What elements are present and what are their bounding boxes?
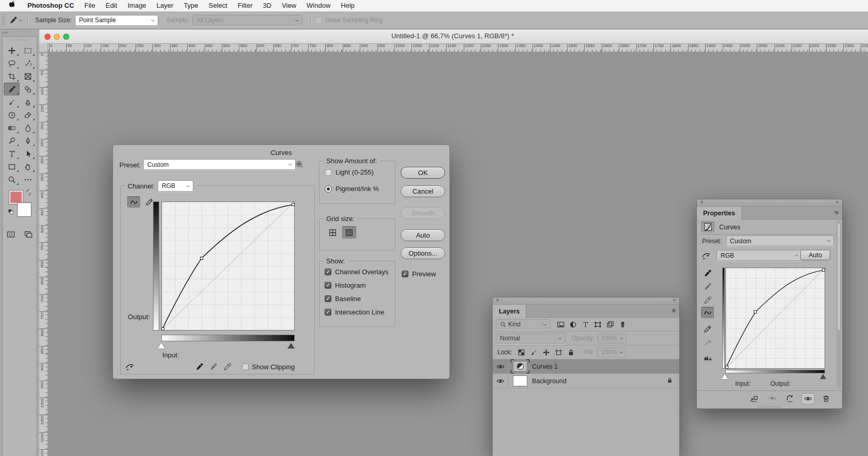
close-panel-icon[interactable]: × (496, 297, 499, 303)
gradient-tool[interactable] (4, 121, 20, 134)
lasso-tool[interactable] (4, 57, 20, 70)
grid-coarse-button[interactable] (326, 226, 340, 239)
panel-resize-grip[interactable] (758, 406, 781, 408)
delete-button[interactable] (819, 393, 833, 404)
lock-all-icon[interactable] (565, 349, 577, 356)
document-titlebar[interactable]: Untitled-1 @ 66,7% (Curves 1, RGB/8*) * (37, 29, 868, 44)
visibility-toggle[interactable] (493, 374, 509, 388)
preview-checkbox[interactable]: ✓ (402, 271, 408, 277)
curve-point-midtone[interactable] (754, 310, 757, 313)
targeted-adjustment-icon[interactable] (125, 361, 134, 371)
lock-artboard-icon[interactable] (553, 349, 565, 356)
targeted-adjustment-icon[interactable] (702, 250, 711, 260)
options-button[interactable]: Options... (401, 247, 445, 259)
highlight-input-slider[interactable] (287, 343, 295, 349)
gear-icon[interactable] (295, 160, 303, 168)
show-clipping-checkbox[interactable] (242, 364, 249, 370)
layer-thumbnail[interactable] (513, 361, 527, 372)
history-brush-tool[interactable] (4, 108, 20, 121)
auto-button[interactable]: Auto (401, 229, 445, 241)
visibility-toggle[interactable] (493, 359, 509, 373)
dodge-tool[interactable] (4, 134, 20, 147)
checkbox-channel-overlays[interactable]: ✓ (325, 269, 331, 275)
menu-item-type[interactable]: Type (178, 0, 203, 11)
cancel-button[interactable]: Cancel (401, 185, 445, 197)
quick-mask-icon[interactable] (7, 230, 15, 239)
scrollbar-thumb[interactable] (837, 223, 841, 331)
lock-transparency-icon[interactable] (515, 349, 528, 356)
adjustment-layers-filter-icon[interactable] (567, 321, 579, 328)
menu-item-window[interactable]: Window (301, 0, 336, 11)
preset-select[interactable]: Custom (143, 159, 296, 170)
menu-item-3d[interactable]: 3D (258, 0, 277, 11)
swap-colors-icon[interactable] (25, 189, 32, 196)
slice-tool[interactable] (20, 70, 36, 83)
marquee-tool[interactable] (20, 44, 36, 57)
black-point-eyedropper-button[interactable] (701, 268, 714, 279)
rectangle-tool[interactable] (4, 160, 20, 173)
default-colors-icon[interactable] (8, 209, 14, 215)
panel-menu-icon[interactable]: ≡ (672, 307, 676, 315)
curve-point-shadow[interactable] (725, 366, 728, 369)
brush-tool[interactable] (4, 96, 20, 108)
curve-point-midtone[interactable] (200, 257, 203, 260)
checkbox-baseline[interactable]: ✓ (325, 295, 331, 302)
apple-menu[interactable] (0, 0, 22, 11)
options-bar-grip[interactable] (2, 14, 5, 26)
sample-size-select[interactable]: Point Sample (75, 15, 158, 26)
visibility-button[interactable] (801, 393, 815, 404)
menu-item-layer[interactable]: Layer (151, 0, 179, 11)
collapse-panel-icon[interactable]: «« (2, 30, 8, 35)
clip-to-layer-button[interactable] (747, 393, 760, 404)
pixel-layers-filter-icon[interactable] (554, 321, 567, 328)
crop-tool[interactable] (4, 70, 20, 83)
blend-mode-select[interactable]: Normal (496, 333, 566, 344)
move-tool[interactable] (4, 44, 20, 57)
highlight-input-slider[interactable] (820, 374, 826, 379)
type-tool[interactable] (4, 147, 20, 160)
spot-healing-tool[interactable] (20, 83, 36, 96)
panel-titlebar[interactable]: × « (493, 297, 679, 305)
collapse-panel-icon[interactable]: « (835, 199, 839, 205)
channel-select[interactable]: RGB (158, 180, 193, 192)
white-point-eyedropper-button[interactable] (701, 294, 714, 306)
filter-switch-icon[interactable] (616, 321, 629, 328)
eyedropper-icon[interactable] (9, 16, 18, 24)
lock-move-icon[interactable] (540, 349, 553, 356)
preset-select[interactable]: Custom (726, 235, 834, 246)
collapse-panel-icon[interactable]: « (673, 297, 676, 303)
layer-row-curves-1[interactable]: Curves 1 (493, 359, 679, 374)
gray-point-eyedropper-icon[interactable] (209, 363, 218, 371)
clone-stamp-tool[interactable] (20, 96, 36, 108)
panel-titlebar[interactable]: × « (697, 199, 842, 207)
menu-item-file[interactable]: File (79, 0, 100, 11)
eraser-tool[interactable] (20, 108, 36, 121)
shadow-input-slider[interactable] (158, 343, 165, 349)
blur-tool[interactable] (20, 121, 36, 134)
type-layers-filter-icon[interactable] (579, 321, 591, 328)
menu-item-select[interactable]: Select (203, 0, 232, 11)
point-curve-button[interactable] (701, 307, 714, 318)
curve-point-shadow[interactable] (161, 327, 164, 331)
point-curve-tool-button[interactable] (127, 196, 140, 208)
radio-unselected[interactable] (325, 169, 332, 176)
menu-item-app[interactable]: Photoshop CC (22, 0, 79, 11)
layer-row-background[interactable]: Background (493, 374, 679, 388)
filter-kind-select[interactable]: Kind (496, 319, 550, 329)
eyedropper-tool[interactable] (4, 83, 20, 96)
grid-fine-button[interactable] (342, 226, 356, 239)
channel-select[interactable]: RGB (717, 250, 802, 261)
shape-layers-filter-icon[interactable] (591, 321, 604, 328)
more-tools[interactable] (20, 173, 36, 186)
menu-item-help[interactable]: Help (336, 0, 360, 11)
radio-selected[interactable] (325, 185, 332, 193)
zoom-tool[interactable] (4, 173, 20, 186)
histogram-warning-button[interactable] (701, 352, 714, 363)
layer-thumbnail[interactable] (513, 375, 527, 386)
menu-item-view[interactable]: View (277, 0, 301, 11)
curve-grid[interactable] (725, 268, 825, 369)
panel-grip[interactable] (10, 38, 29, 42)
chevron-down-icon[interactable] (18, 18, 23, 23)
auto-button[interactable]: Auto (800, 250, 830, 260)
hand-tool[interactable] (20, 160, 36, 173)
